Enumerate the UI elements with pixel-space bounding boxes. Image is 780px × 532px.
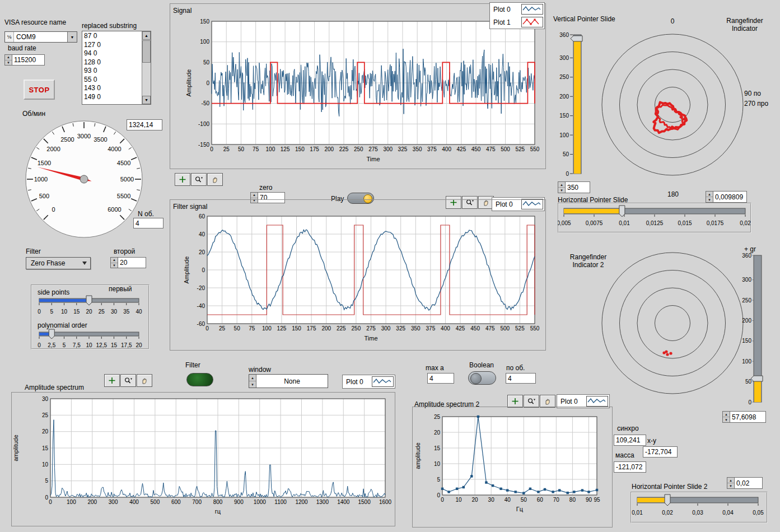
signal-graph[interactable]: 0255075100125150175200225250275300325350… [170, 8, 546, 169]
massa-indicator: -121,072 [614, 461, 646, 473]
max-a-field[interactable]: 4 [427, 373, 454, 384]
vertical-pointer-slide-display[interactable]: ▲▼ 350 [558, 181, 590, 193]
svg-text:1600: 1600 [379, 499, 392, 505]
list-item[interactable]: 149 0 [84, 93, 140, 102]
stop-button[interactable]: STOP [24, 80, 55, 100]
polar1-value-control[interactable]: ▲▼ 0,009809 [706, 191, 747, 203]
baud-rate-value[interactable]: 115200 [12, 55, 44, 65]
svg-text:2500: 2500 [60, 136, 74, 143]
ring-dropdown-icon[interactable] [82, 262, 87, 265]
zoom-tool-button[interactable] [120, 374, 136, 387]
list-item[interactable]: 87 0 [84, 32, 140, 41]
window-ring[interactable]: ▲▼ None [249, 374, 328, 388]
boolean-toggle[interactable] [468, 371, 496, 385]
baud-increment-decrement-icon[interactable]: ▲▼ [5, 55, 12, 65]
gr-slider[interactable]: 360300250200150100500 [738, 251, 779, 408]
amplitude-spectrum-graph[interactable]: 0100200300400500600700800900100011001200… [11, 393, 395, 527]
spectrum-graph-legend[interactable]: Plot 0 [342, 375, 395, 389]
filter-type-ring[interactable]: Zero Fhase [26, 257, 91, 269]
n-ob-field[interactable]: 4 [133, 218, 164, 228]
listbox-scrollbar[interactable]: ▲ ▼ [142, 31, 151, 104]
scrollbar-thumb[interactable] [142, 40, 151, 63]
sinhro-indicator: 109,241 [614, 435, 646, 446]
zoom-tool-button[interactable] [191, 173, 207, 186]
svg-text:325: 325 [396, 325, 405, 332]
gr-increment-decrement-icon[interactable]: ▲▼ [723, 412, 730, 422]
horizontal-pointer-slide[interactable]: 0,0050,00750,010,01250,0150,01750,02 [558, 203, 751, 233]
list-item[interactable]: 128 0 [84, 58, 140, 67]
vtoroy-increment-decrement-icon[interactable]: ▲▼ [111, 258, 118, 268]
cursor-tool-button[interactable] [104, 374, 120, 387]
window-increment-decrement-icon[interactable]: ▲▼ [249, 375, 256, 388]
signal-graph-palette[interactable] [175, 173, 223, 186]
list-item[interactable]: 127 0 [84, 41, 140, 50]
svg-text:1000: 1000 [254, 499, 267, 505]
svg-text:200: 200 [742, 318, 751, 324]
side-points-slider[interactable]: 0510152025303540 [34, 295, 146, 316]
svg-text:0,0075: 0,0075 [586, 220, 603, 226]
filter-led-label: Filter [185, 361, 200, 369]
scroll-up-icon[interactable]: ▲ [142, 31, 151, 40]
visa-resource-combo[interactable]: ⅛ COM9 ▼ [4, 31, 77, 43]
svg-text:0: 0 [748, 399, 751, 405]
hps2-display[interactable]: ▲▼ 0,02 [727, 477, 763, 489]
n-ob-value[interactable]: 4 [134, 218, 163, 228]
pan-tool-button[interactable] [207, 173, 223, 186]
max-a-value[interactable]: 4 [428, 374, 454, 383]
svg-text:-150: -150 [198, 142, 209, 148]
po-ob-value[interactable]: 4 [506, 374, 535, 383]
legend-plot1[interactable]: Plot 1 [490, 16, 544, 29]
legend-plot0[interactable]: Plot 0 [490, 3, 544, 16]
combo-dropdown-icon[interactable]: ▼ [67, 32, 77, 42]
spectrum-graph-palette[interactable] [104, 374, 152, 387]
listbox-items[interactable]: 87 0 127 0 94 0 128 0 93 0 55 0 143 0 14… [82, 31, 142, 104]
filter-signal-graph[interactable]: 0255075100125150175200225250275300325350… [170, 203, 546, 351]
vps-increment-decrement-icon[interactable]: ▲▼ [558, 182, 566, 193]
hps2-increment-decrement-icon[interactable]: ▲▼ [727, 478, 735, 488]
svg-text:450: 450 [471, 146, 481, 152]
po-ob-field[interactable]: 4 [506, 373, 536, 384]
legend-plot0-label[interactable]: Plot 0 [493, 6, 521, 13]
scroll-down-icon[interactable]: ▼ [142, 96, 151, 104]
legend-plot0-label[interactable]: Plot 0 [561, 398, 586, 405]
list-item[interactable]: 143 0 [84, 84, 140, 93]
zoom-tool-button[interactable] [524, 395, 539, 408]
legend-plot0-label[interactable]: Plot 0 [346, 378, 372, 386]
polynomial-order-slider[interactable]: 02,557,51012,51517,520 [34, 329, 146, 350]
legend-plot0[interactable]: Plot 0 [343, 375, 395, 388]
replaced-substring-listbox[interactable]: 87 0 127 0 94 0 128 0 93 0 55 0 143 0 14… [82, 31, 151, 105]
polar1-0-label: 0 [667, 17, 678, 25]
gr-display-value[interactable]: 57,6098 [730, 412, 765, 422]
list-item[interactable]: 94 0 [84, 49, 140, 58]
list-item[interactable]: 93 0 [84, 67, 140, 76]
vertical-pointer-slide[interactable]: 360300250200150100500 [554, 28, 586, 178]
polar1-value[interactable]: 0,009809 [713, 192, 746, 202]
amplitude-spectrum-2-graph[interactable]: 0102030405060708090950510152025Гцamplitu… [412, 408, 613, 528]
boolean-toggle-knob [470, 373, 482, 384]
pan-tool-button[interactable] [540, 395, 555, 408]
cursor-tool-button[interactable] [507, 395, 523, 408]
svg-text:-60: -60 [197, 321, 205, 327]
vps-display-value[interactable]: 350 [566, 182, 590, 193]
svg-text:0,005: 0,005 [558, 220, 571, 226]
svg-text:300: 300 [383, 146, 393, 152]
svg-text:60: 60 [537, 497, 544, 503]
polar1-increment-decrement-icon[interactable]: ▲▼ [706, 192, 713, 202]
gr-slide-display[interactable]: ▲▼ 57,6098 [722, 411, 766, 423]
pan-tool-button[interactable] [137, 374, 152, 387]
legend-plot1-label[interactable]: Plot 1 [493, 18, 521, 26]
signal-graph-legend[interactable]: Plot 0 Plot 1 [489, 2, 545, 29]
legend-plot0[interactable]: Plot 0 [557, 395, 609, 408]
spectrum2-graph-palette[interactable] [507, 395, 555, 408]
baud-rate-control[interactable]: ▲▼ 115200 [4, 54, 45, 66]
vtoroy-control[interactable]: ▲▼ 20 [110, 257, 146, 268]
massa-value: -121,072 [614, 462, 646, 472]
list-item[interactable]: 55 0 [84, 76, 140, 85]
cursor-tool-button[interactable] [175, 173, 190, 186]
filter-led-button[interactable] [186, 373, 213, 386]
svg-text:0,04: 0,04 [722, 510, 734, 516]
hps2-display-value[interactable]: 0,02 [735, 478, 762, 488]
horizontal-pointer-slide-2[interactable]: 0,010,020,030,040,05 [630, 492, 768, 523]
svg-text:475: 475 [486, 146, 496, 152]
vtoroy-value[interactable]: 20 [118, 258, 146, 268]
